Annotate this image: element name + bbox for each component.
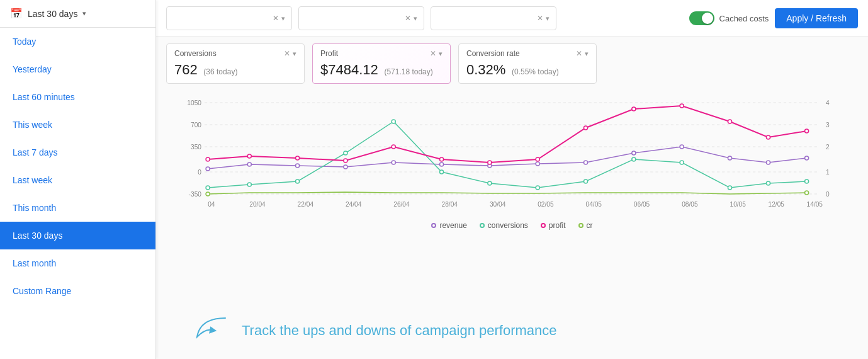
sidebar: 📅 Last 30 days ▾ TodayYesterdayLast 60 m… <box>0 0 156 359</box>
main-container: 📅 Last 30 days ▾ TodayYesterdayLast 60 m… <box>0 0 868 359</box>
svg-point-40 <box>728 156 731 160</box>
svg-point-38 <box>632 151 636 155</box>
filter1-arrow-icon[interactable]: ▾ <box>281 14 285 23</box>
svg-point-43 <box>206 186 210 190</box>
filter2-arrow-icon[interactable]: ▾ <box>414 14 417 23</box>
metric-arrow-icon[interactable]: ▾ <box>439 50 442 58</box>
metric-clear-icon[interactable]: ✕ <box>430 49 436 58</box>
metric-card-profit: Profit ✕ ▾ $7484.12 (571.18 today) <box>312 43 451 84</box>
svg-point-50 <box>536 186 539 190</box>
cached-costs-toggle[interactable] <box>689 11 714 25</box>
legend-dot-cr <box>578 223 583 228</box>
svg-point-64 <box>536 157 539 161</box>
svg-point-31 <box>296 164 300 168</box>
metric-sub: (0.55% today) <box>512 67 559 76</box>
svg-text:2: 2 <box>826 144 830 151</box>
legend-label-revenue: revenue <box>439 221 466 230</box>
metric-card-header: Conversions ✕ ▾ <box>174 49 296 58</box>
sidebar-item-last-7-days[interactable]: Last 7 days <box>0 139 155 166</box>
svg-point-34 <box>440 162 444 166</box>
legend-label-profit: profit <box>549 221 566 230</box>
metric-value: $7484.12 <box>320 62 378 77</box>
metric-arrow-icon[interactable]: ▾ <box>585 50 589 58</box>
legend-dot-revenue <box>431 223 436 228</box>
svg-text:22/04: 22/04 <box>298 201 314 208</box>
svg-text:1: 1 <box>826 169 830 176</box>
metric-arrow-icon[interactable]: ▾ <box>293 50 296 58</box>
metric-card-conversions: Conversions ✕ ▾ 762 (36 today) <box>166 43 305 84</box>
svg-text:0: 0 <box>198 169 201 176</box>
svg-point-59 <box>296 156 300 160</box>
svg-point-47 <box>392 120 395 123</box>
svg-text:24/04: 24/04 <box>346 201 362 208</box>
sidebar-item-custom-range[interactable]: Custom Range <box>0 277 155 305</box>
svg-point-72 <box>805 191 809 195</box>
svg-point-36 <box>536 162 539 166</box>
svg-point-49 <box>488 181 492 185</box>
sidebar-item-last-60-minutes[interactable]: Last 60 minutes <box>0 83 155 111</box>
sidebar-item-last-30-days[interactable]: Last 30 days <box>0 222 155 249</box>
cached-costs-label: Cached costs <box>719 14 769 23</box>
sidebar-item-last-week[interactable]: Last week <box>0 166 155 194</box>
svg-point-53 <box>680 161 684 164</box>
sidebar-item-today[interactable]: Today <box>0 28 155 55</box>
svg-point-60 <box>344 159 347 162</box>
metric-value-row: $7484.12 (571.18 today) <box>320 62 442 78</box>
svg-point-44 <box>247 183 251 186</box>
filter3-clear-icon[interactable]: ✕ <box>537 14 543 23</box>
svg-point-45 <box>296 180 300 183</box>
sidebar-item-this-month[interactable]: This month <box>0 194 155 222</box>
svg-point-67 <box>680 104 684 108</box>
cached-costs-area: Cached costs <box>689 11 769 25</box>
svg-text:-350: -350 <box>189 191 202 198</box>
sidebar-item-yesterday[interactable]: Yesterday <box>0 55 155 83</box>
svg-text:04/05: 04/05 <box>586 201 602 208</box>
filter-dropdown-3[interactable]: ✕ ▾ <box>431 6 556 30</box>
filter-dropdown-1[interactable]: ✕ ▾ <box>166 6 292 30</box>
svg-point-29 <box>206 167 210 171</box>
filter1-clear-icon[interactable]: ✕ <box>273 14 279 23</box>
legend-label-cr: cr <box>587 221 593 230</box>
filter-dropdown-2[interactable]: ✕ ▾ <box>298 6 424 30</box>
svg-text:26/04: 26/04 <box>393 201 410 208</box>
svg-text:02/05: 02/05 <box>538 201 554 208</box>
metric-clear-icon[interactable]: ✕ <box>284 49 290 58</box>
toggle-knob <box>702 13 713 24</box>
legend-dot-conversions <box>480 223 485 228</box>
chevron-down-icon: ▾ <box>82 9 86 18</box>
filter2-clear-icon[interactable]: ✕ <box>405 14 411 23</box>
metric-clear-icon[interactable]: ✕ <box>576 49 582 58</box>
apply-refresh-button[interactable]: Apply / Refresh <box>775 8 858 28</box>
chart-svg: .grid-line { stroke: #ccc; stroke-width:… <box>166 90 858 216</box>
svg-point-55 <box>766 181 770 185</box>
svg-point-52 <box>632 157 636 161</box>
sidebar-item-this-week[interactable]: This week <box>0 111 155 139</box>
svg-point-30 <box>247 162 251 166</box>
svg-point-56 <box>805 180 809 183</box>
svg-text:28/04: 28/04 <box>442 201 458 208</box>
svg-text:1050: 1050 <box>187 100 201 106</box>
date-picker-label: Last 30 days <box>28 9 77 19</box>
svg-point-32 <box>344 165 347 169</box>
svg-text:04: 04 <box>208 201 215 208</box>
sidebar-items-container: TodayYesterdayLast 60 minutesThis weekLa… <box>0 28 155 305</box>
legend-item-cr: cr <box>578 221 593 230</box>
date-picker-header[interactable]: 📅 Last 30 days ▾ <box>0 0 155 28</box>
svg-point-62 <box>440 157 444 161</box>
filter3-arrow-icon[interactable]: ▾ <box>546 14 550 23</box>
svg-point-41 <box>766 161 770 164</box>
svg-text:06/05: 06/05 <box>634 201 650 208</box>
sidebar-item-last-month[interactable]: Last month <box>0 249 155 277</box>
metric-value: 0.32% <box>466 62 505 77</box>
svg-text:3: 3 <box>826 122 830 128</box>
metric-card-header: Conversion rate ✕ ▾ <box>466 49 589 58</box>
svg-point-68 <box>728 120 731 123</box>
legend-item-revenue: revenue <box>431 221 466 230</box>
svg-marker-73 <box>207 325 217 334</box>
svg-point-71 <box>206 192 210 196</box>
metric-sub: (571.18 today) <box>384 67 432 76</box>
metric-label: Conversion rate <box>466 49 576 58</box>
svg-text:20/04: 20/04 <box>249 201 266 208</box>
annotation-arrow-svg <box>194 315 232 346</box>
metric-card-header: Profit ✕ ▾ <box>320 49 442 58</box>
